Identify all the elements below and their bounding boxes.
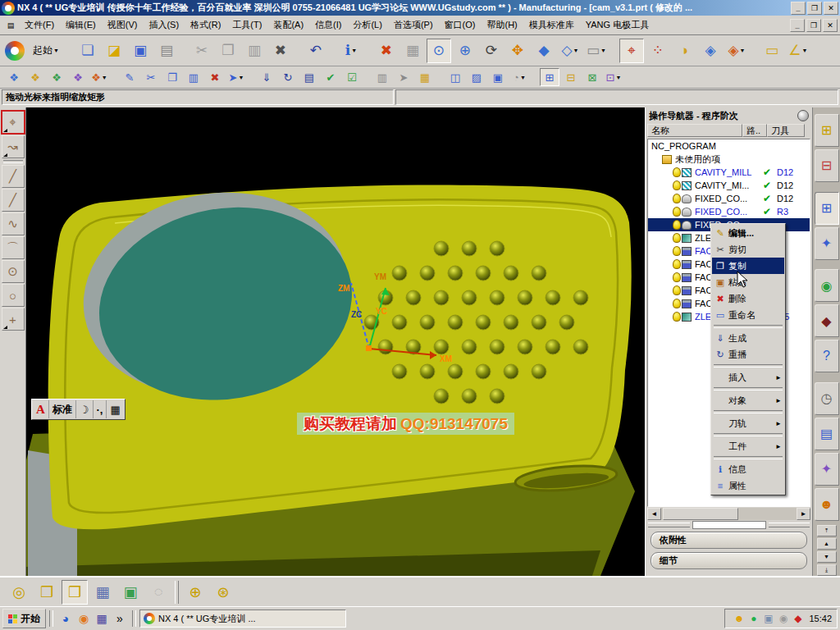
update-tray-icon[interactable]: ◉ [777, 613, 789, 625]
verify-toolpath-button[interactable]: ▤ [299, 68, 319, 86]
media-player-quicklaunch-icon[interactable]: ◉ [75, 610, 93, 627]
fit-view-button[interactable]: ▦ [400, 39, 425, 63]
menu-rename[interactable]: ▭重命名 [712, 307, 784, 323]
find-component-button[interactable]: ◎ [6, 580, 32, 605]
ie-quicklaunch-icon[interactable]: ◕ [57, 610, 75, 627]
minimize-icon[interactable]: _ [791, 2, 806, 15]
new-file-button[interactable]: ❏ [75, 39, 100, 63]
wcs-dynamics-button[interactable]: ⌖ [619, 39, 644, 63]
cut-button[interactable]: ✂ [189, 39, 214, 63]
point-tool[interactable]: ⌖ [1, 110, 25, 135]
menu-replay[interactable]: ↻重播 [712, 346, 784, 363]
nx-task-button[interactable]: NX 4 ( ** UG专业培训 ... [139, 609, 346, 628]
help-tab[interactable]: ? [815, 340, 839, 372]
machine-tool-navigator-tab[interactable]: ✦ [815, 227, 839, 260]
tree-row[interactable]: CAVITY_MILL✔D12 [648, 166, 810, 179]
menu-generate[interactable]: ⇓生成 [712, 330, 784, 346]
ime-keyboard-icon[interactable]: ▦ [107, 400, 123, 418]
antivirus-tray-icon[interactable]: ● [747, 613, 760, 625]
delete-button[interactable]: ✖ [268, 39, 293, 63]
cut-operation-button[interactable]: ✂ [141, 68, 161, 86]
palettes-tab[interactable]: ▤ [815, 418, 839, 450]
postprocess-button[interactable]: ➤ [394, 68, 413, 86]
ime-shape-icon[interactable]: ☽ [76, 400, 94, 418]
line-tool[interactable]: ╱ [2, 165, 25, 188]
show-component-button[interactable]: ❒ [62, 580, 88, 605]
network-error-tray-icon[interactable]: ▣ [762, 613, 774, 625]
scroll-top-button[interactable]: ⤒ [817, 525, 837, 536]
shop-documentation-button[interactable]: ▦ [415, 68, 435, 86]
menu-delete[interactable]: ✖删除 [712, 290, 784, 307]
ime-mode-button[interactable]: 标准 [49, 400, 76, 418]
menu-yang-electrode[interactable]: YANG 电极工具 [580, 16, 655, 34]
method-view-button[interactable]: ⊡▼ [604, 68, 623, 86]
arc-tool[interactable]: ⌒ [2, 236, 25, 259]
component-array-button[interactable]: ▦ [89, 580, 116, 605]
menu-workpiece[interactable]: 工件► [712, 438, 784, 454]
menu-object[interactable]: 对象► [712, 392, 784, 409]
visualize-button[interactable]: ◈ [698, 39, 723, 63]
menu-information[interactable]: 信息(I) [309, 16, 347, 34]
tree-row[interactable]: FIXED_CO...✔R3 [648, 205, 810, 218]
pin-icon[interactable] [797, 110, 809, 121]
security-alert-tray-icon[interactable]: ◆ [792, 613, 804, 625]
batch-processing-button[interactable]: ▨ [467, 68, 486, 86]
new-component-button[interactable]: ⊛ [210, 580, 236, 605]
menu-analysis[interactable]: 分析(L) [347, 16, 387, 34]
paste-operation-button[interactable]: ▥ [184, 68, 203, 86]
create-program-button[interactable]: ❖ [4, 68, 24, 86]
scroll-left-icon[interactable]: ◄ [647, 508, 661, 520]
scroll-bottom-button[interactable]: ⤓ [817, 564, 837, 576]
system-tools-tab[interactable]: ✦ [815, 453, 839, 486]
open-file-button[interactable]: ◪ [102, 39, 126, 63]
menu-edit-operation[interactable]: ✎编辑... [712, 225, 784, 241]
menu-file[interactable]: 文件(F) [19, 16, 60, 34]
inclined-line-tool[interactable]: ╱ [2, 189, 25, 212]
tree-row[interactable]: CAVITY_MI...✔D12 [648, 179, 810, 192]
menu-assemblies[interactable]: 装配(A) [267, 16, 309, 34]
elearning-tab[interactable]: ◆ [815, 304, 839, 337]
print-button[interactable]: ▤ [154, 39, 179, 63]
edit-operation-button[interactable]: ✎ [120, 68, 139, 86]
quicklaunch-chevron[interactable]: » [111, 610, 129, 627]
horizontal-scrollbar[interactable]: ◄ ► [647, 508, 810, 520]
transform-operation-button[interactable]: ➤▼ [226, 68, 246, 86]
paste-button[interactable]: ▥ [242, 39, 267, 63]
panel-splitter[interactable] [646, 520, 812, 530]
spline-tool[interactable]: ∿ [2, 212, 25, 235]
column-path[interactable]: 路.. [742, 124, 767, 137]
column-tool[interactable]: 刀具 [767, 124, 805, 137]
copy-button[interactable]: ❐ [216, 39, 240, 63]
menu-mold-library[interactable]: 模具标准库 [523, 16, 580, 34]
disabled-assembly-button[interactable]: ◌ [145, 580, 171, 605]
snap-point-button[interactable]: ⁘ [646, 39, 670, 63]
menu-preferences[interactable]: 首选项(P) [388, 16, 439, 34]
zoom-in-out-button[interactable]: ⊕ [453, 39, 477, 63]
pan-view-button[interactable]: ✥ [505, 39, 530, 63]
zoom-box-button[interactable]: ⊙ [427, 39, 451, 63]
menu-window[interactable]: 窗口(O) [439, 16, 482, 34]
scroll-down-button[interactable]: ▼ [817, 551, 837, 563]
create-operation-button[interactable]: ❖▼ [89, 68, 109, 86]
info-button[interactable]: ℹ▼ [339, 39, 363, 63]
constraint-navigator-tab[interactable]: ⊟ [815, 149, 839, 182]
replay-toolpath-button[interactable]: ↻ [278, 68, 298, 86]
menu-tools[interactable]: 工具(T) [226, 16, 267, 34]
open-component-button[interactable]: ❒ [34, 580, 60, 605]
refresh-screen-button[interactable]: ✖ [374, 39, 399, 63]
dependencies-bar[interactable]: 依附性 [651, 532, 807, 549]
add-component-button[interactable]: ⊕ [182, 580, 208, 605]
create-tool-button[interactable]: ❖ [25, 68, 45, 86]
graphics-viewport[interactable]: ZM YM ZC YC XM A 标准 ☽ ·, ▦ 购买教程请加 QQ:913… [26, 107, 645, 576]
im-tray-icon[interactable]: ☻ [733, 613, 745, 625]
layout-button[interactable]: ▭▼ [584, 39, 609, 63]
menu-toolpath[interactable]: 刀轨► [712, 415, 784, 431]
list-toolpath-button[interactable]: ▥ [372, 68, 392, 86]
ime-punctuation-icon[interactable]: ·, [94, 400, 107, 418]
snapshot-button[interactable]: ▣ [117, 580, 144, 605]
restore-icon[interactable]: ❐ [807, 2, 822, 15]
menu-cut[interactable]: ✂剪切 [712, 241, 784, 258]
display-mode-button[interactable]: ◇▼ [558, 39, 582, 63]
roles-tab[interactable]: ☻ [815, 488, 839, 521]
operation-navigator-tab[interactable]: ⊞ [815, 192, 839, 225]
